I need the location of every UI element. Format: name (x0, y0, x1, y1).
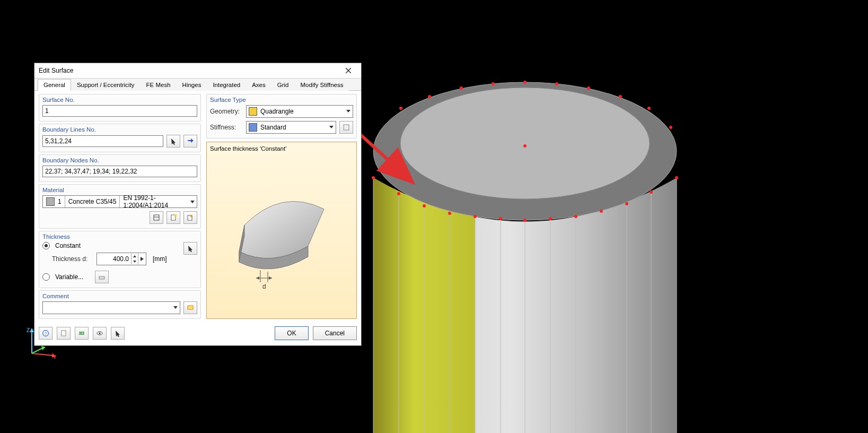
svg-point-25 (625, 202, 628, 205)
library-icon (153, 214, 160, 221)
comment-pick-button[interactable] (183, 301, 197, 314)
dialog-title: Edit Surface (39, 67, 340, 74)
thickness-variable-label: Variable... (55, 273, 83, 281)
boundary-nodes-group: Boundary Nodes No. (39, 154, 201, 182)
notes-button[interactable] (57, 327, 71, 340)
svg-point-36 (647, 107, 651, 110)
thickness-group: Thickness Constant Thickness d: 400.0 (39, 231, 201, 288)
preview-image: d (210, 156, 353, 315)
surface-type-label: Surface Type (210, 97, 353, 103)
boundary-lines-group: Boundary Lines No. (39, 124, 201, 152)
tab-general[interactable]: General (38, 79, 71, 91)
material-combo[interactable]: 1 Concrete C35/45 EN 1992-1-1:2004/A1:20… (42, 195, 197, 208)
tab-support-eccentricity[interactable]: Support / Eccentricity (71, 79, 141, 91)
material-dropdown-icon (188, 201, 197, 203)
preview-dim-label: d (262, 283, 266, 290)
geometry-combo[interactable]: Quadrangle (246, 105, 353, 118)
geometry-label: Geometry: (210, 108, 243, 115)
surface-no-input[interactable] (42, 105, 197, 117)
ok-button[interactable]: OK (275, 326, 308, 340)
material-name: Concrete C35/45 (65, 196, 120, 207)
tab-axes[interactable]: Axes (246, 79, 271, 91)
svg-marker-61 (256, 276, 259, 280)
svg-point-27 (675, 176, 678, 179)
pick-icon (187, 245, 194, 252)
svg-point-38 (523, 144, 527, 148)
material-number: 1 (58, 198, 62, 205)
thickness-unit: [mm] (153, 255, 167, 263)
spinner-down[interactable] (131, 259, 138, 264)
units-button[interactable]: 0.00 (75, 327, 89, 340)
svg-marker-62 (269, 276, 272, 280)
tab-grid[interactable]: Grid (271, 79, 295, 91)
stiffness-label: Stiffness: (210, 124, 243, 131)
spinner-step[interactable] (138, 254, 146, 264)
units-icon: 0.00 (78, 330, 85, 337)
tab-modify-stiffness[interactable]: Modify Stiffness (295, 79, 349, 91)
cancel-button[interactable]: Cancel (313, 326, 357, 340)
eye-icon (96, 330, 103, 337)
boundary-nodes-input[interactable] (42, 166, 197, 177)
svg-point-35 (619, 95, 622, 98)
preview-title: Surface thickness 'Constant' (210, 145, 353, 152)
stiffness-combo[interactable]: Standard (246, 121, 336, 134)
pick-footer-button[interactable] (111, 327, 125, 340)
svg-rect-49 (154, 215, 159, 220)
pick-lines-button[interactable] (166, 135, 180, 148)
comment-icon (187, 304, 194, 311)
material-color-chip (46, 197, 55, 206)
stiffness-value: Standard (260, 124, 286, 131)
boundary-lines-label: Boundary Lines No. (42, 126, 197, 133)
svg-point-32 (523, 81, 527, 84)
new-icon (170, 214, 177, 221)
material-edit-button[interactable] (183, 211, 197, 224)
edit-variable-icon (98, 273, 106, 281)
svg-point-17 (423, 204, 426, 207)
thickness-constant-radio[interactable] (42, 242, 50, 249)
svg-point-29 (428, 95, 431, 98)
svg-point-34 (587, 86, 590, 90)
edit-icon (187, 214, 194, 221)
surface-type-group: Surface Type Geometry: Quadrangle Stiffn… (206, 94, 357, 138)
step-icon (141, 257, 144, 261)
svg-point-20 (499, 217, 502, 220)
titlebar[interactable]: Edit Surface (34, 63, 361, 79)
material-group: Material 1 Concrete C35/45 EN 1992-1-1:2… (39, 184, 201, 229)
stiffness-edit-button[interactable] (339, 121, 353, 134)
thickness-variable-edit-button[interactable] (95, 271, 109, 283)
svg-point-15 (372, 176, 375, 179)
svg-text:0.00: 0.00 (79, 332, 84, 335)
geometry-chip (249, 107, 257, 116)
comment-label: Comment (42, 293, 197, 299)
boundary-lines-input[interactable] (42, 135, 163, 147)
material-label: Material (42, 187, 197, 193)
view-button[interactable] (93, 327, 107, 340)
svg-point-37 (669, 126, 672, 129)
thickness-pick-button[interactable] (183, 242, 197, 255)
svg-point-22 (549, 217, 552, 220)
thickness-d-label: Thickness d: (52, 255, 93, 263)
tabs: General Support / Eccentricity FE Mesh H… (34, 79, 361, 91)
tab-hinges[interactable]: Hinges (177, 79, 207, 91)
svg-marker-54 (141, 257, 144, 261)
boundary-nodes-label: Boundary Nodes No. (42, 157, 197, 163)
svg-text:?: ? (45, 331, 47, 336)
geometry-value: Quadrangle (260, 108, 294, 115)
svg-point-16 (397, 192, 400, 195)
comment-combo[interactable] (42, 301, 180, 314)
spinner-up[interactable] (131, 254, 138, 259)
tab-fe-mesh[interactable]: FE Mesh (141, 79, 177, 91)
close-button[interactable] (340, 65, 357, 76)
help-icon: ? (42, 330, 49, 337)
tab-integrated[interactable]: Integrated (207, 79, 246, 91)
thickness-d-spinner[interactable]: 400.0 (97, 253, 146, 265)
svg-point-69 (99, 333, 101, 334)
svg-point-18 (448, 212, 451, 215)
material-library-button[interactable] (150, 211, 163, 224)
thickness-variable-radio[interactable] (42, 273, 50, 281)
material-new-button[interactable] (166, 211, 180, 224)
reverse-lines-button[interactable] (183, 135, 197, 148)
help-button[interactable]: ? (39, 327, 52, 340)
svg-rect-57 (344, 125, 349, 130)
notes-icon (60, 330, 67, 337)
